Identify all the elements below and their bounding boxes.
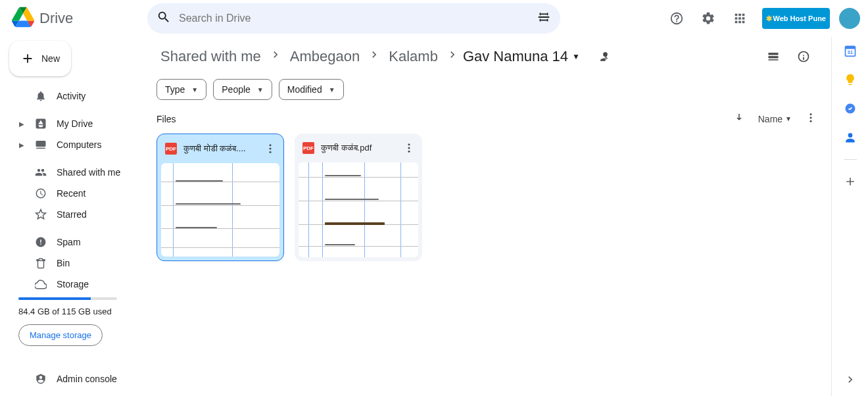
filter-type[interactable]: Type▼ — [157, 79, 206, 100]
sort-by-button[interactable]: Name ▼ — [758, 114, 792, 124]
drive-icon — [34, 118, 47, 130]
search-icon — [157, 10, 171, 27]
nav-spam[interactable]: Spam — [9, 232, 133, 253]
breadcrumb: Shared with me Ambegaon Kalamb Gav Namun… — [157, 43, 817, 70]
caret-down-icon: ▼ — [572, 52, 580, 61]
workspace-chip[interactable]: ✱Web Host Pune — [762, 8, 830, 29]
nav-shared-with-me[interactable]: Shared with me — [9, 162, 133, 183]
nav-recent[interactable]: Recent — [9, 183, 133, 204]
share-people-icon[interactable] — [591, 43, 617, 70]
file-card[interactable]: PDF कुणबी मोडी कळंब.... — [157, 134, 284, 261]
trash-icon — [34, 257, 47, 269]
drive-logo-icon[interactable] — [12, 6, 34, 31]
file-thumbnail — [161, 163, 279, 257]
search-options-icon[interactable] — [537, 10, 551, 27]
chevron-right-icon — [269, 48, 282, 65]
section-title: Files — [157, 114, 176, 124]
pdf-icon: PDF — [302, 142, 314, 154]
bell-icon — [34, 90, 47, 102]
collapse-panel-icon[interactable] — [843, 372, 857, 387]
sort-direction-icon[interactable] — [733, 112, 745, 126]
clock-icon — [34, 187, 47, 199]
product-name[interactable]: Drive — [39, 10, 73, 27]
breadcrumb-link[interactable]: Shared with me — [157, 45, 265, 68]
caret-down-icon: ▼ — [191, 86, 198, 93]
svg-text:31: 31 — [847, 49, 852, 55]
new-button[interactable]: New — [9, 41, 71, 76]
addons-plus-icon[interactable] — [843, 174, 857, 189]
chevron-right-icon — [368, 48, 381, 65]
breadcrumb-current[interactable]: Gav Namuna 14▼ — [463, 48, 580, 65]
storage-bar — [18, 297, 117, 300]
computer-icon — [34, 139, 47, 151]
cloud-icon — [34, 278, 47, 290]
star-icon — [34, 209, 47, 220]
apps-grid-icon[interactable] — [727, 5, 753, 32]
svg-point-7 — [408, 147, 410, 149]
file-thumbnail — [299, 162, 418, 257]
search-input[interactable] — [171, 12, 537, 24]
file-card[interactable]: PDF कुणबी कळंब.pdf — [295, 134, 422, 261]
nav-computers[interactable]: ▶ Computers — [9, 134, 133, 155]
svg-point-3 — [270, 144, 272, 146]
admin-icon — [34, 373, 47, 385]
svg-point-8 — [408, 151, 410, 153]
keep-app-icon[interactable] — [843, 72, 857, 87]
tasks-app-icon[interactable] — [843, 101, 857, 116]
caret-down-icon: ▼ — [785, 115, 792, 122]
calendar-app-icon[interactable]: 31 — [843, 43, 857, 58]
svg-point-1 — [810, 117, 812, 119]
svg-point-5 — [270, 151, 272, 153]
file-name: कुणबी कळंब.pdf — [321, 143, 395, 153]
svg-point-4 — [270, 148, 272, 150]
nav-activity[interactable]: Activity — [9, 86, 133, 107]
nav-admin-console[interactable]: Admin console — [9, 368, 133, 389]
nav-my-drive[interactable]: ▶ My Drive — [9, 113, 133, 134]
more-options-icon[interactable] — [805, 112, 817, 126]
nav-starred[interactable]: Starred — [9, 204, 133, 225]
svg-point-6 — [408, 143, 410, 145]
account-avatar[interactable] — [839, 8, 860, 29]
help-icon[interactable] — [663, 5, 690, 32]
caret-down-icon: ▼ — [257, 86, 264, 93]
chevron-right-icon — [446, 48, 459, 65]
svg-point-2 — [810, 120, 812, 122]
search-bar[interactable] — [147, 3, 560, 34]
nav-storage[interactable]: Storage — [9, 274, 133, 295]
svg-rect-10 — [845, 46, 855, 49]
spam-icon — [34, 236, 47, 248]
breadcrumb-link[interactable]: Ambegaon — [286, 45, 364, 68]
nav-bin[interactable]: Bin — [9, 253, 133, 274]
people-icon — [34, 166, 47, 178]
expand-icon[interactable]: ▶ — [18, 141, 25, 149]
file-more-icon[interactable] — [262, 141, 278, 157]
file-name: कुणबी मोडी कळंब.... — [183, 143, 256, 154]
file-more-icon[interactable] — [401, 140, 417, 156]
breadcrumb-link[interactable]: Kalamb — [385, 45, 442, 68]
expand-icon[interactable]: ▶ — [18, 120, 25, 128]
manage-storage-button[interactable]: Manage storage — [18, 324, 103, 346]
filter-modified[interactable]: Modified▼ — [279, 79, 344, 100]
info-icon[interactable] — [790, 43, 817, 70]
layout-toggle-icon[interactable] — [760, 43, 786, 70]
storage-text: 84.4 GB of 115 GB used — [18, 307, 133, 316]
svg-point-0 — [810, 113, 812, 115]
filter-people[interactable]: People▼ — [213, 79, 272, 100]
settings-icon[interactable] — [695, 5, 721, 32]
contacts-app-icon[interactable] — [843, 130, 857, 145]
caret-down-icon: ▼ — [329, 86, 335, 93]
pdf-icon: PDF — [165, 143, 177, 155]
